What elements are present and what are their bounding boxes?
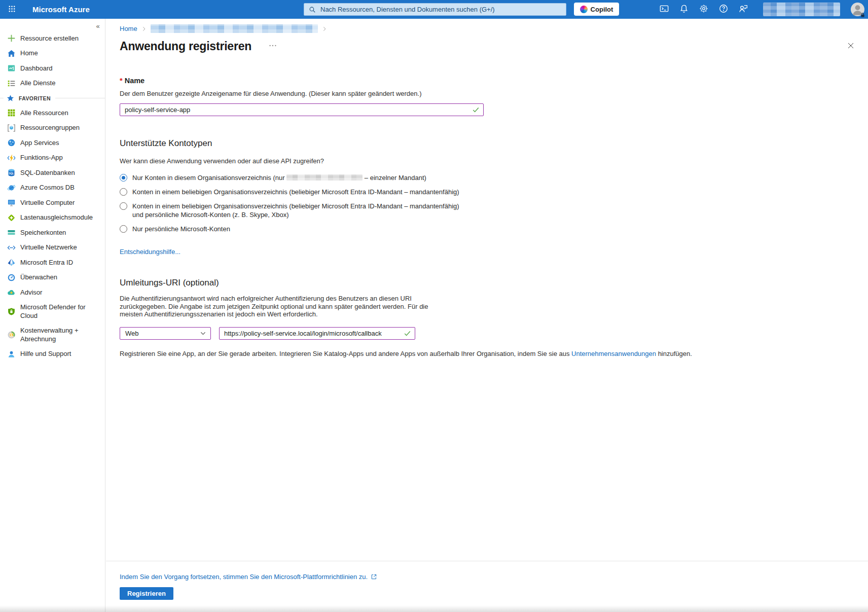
close-blade-button[interactable] [845,40,857,53]
sidebar-item[interactable]: Alle Dienste [0,76,105,91]
sidebar-top-list: Ressource erstellen Home Dashboard Alle … [0,31,105,91]
breadcrumb: Home [106,19,868,33]
platform-select-value: Web [125,330,200,337]
sidebar-item-label: Alle Dienste [20,76,55,91]
sidebar-item[interactable]: Ressource erstellen [0,31,105,46]
platform-policies-link[interactable]: Indem Sie den Vorgang fortsetzen, stimme… [120,573,377,581]
sidebar-item[interactable]: Hilfe und Support [0,347,105,362]
topbar-icon-button[interactable] [679,5,689,14]
help-icon [719,4,728,15]
redacted-tenant-name [286,174,363,181]
radio-button[interactable] [120,188,127,196]
sidebar-item[interactable]: Funktions-App [0,151,105,166]
search-input[interactable] [319,5,561,14]
gear-icon [699,4,708,15]
sidebar-item[interactable]: Virtuelle Netzwerke [0,240,105,256]
title-row: Anwendung registrieren [106,33,868,53]
name-input[interactable] [120,103,484,116]
chevron-down-icon [200,330,206,337]
topbar-icon-button[interactable] [719,5,728,14]
global-search[interactable] [304,3,566,16]
redacted-account-info [763,3,840,16]
radio-button[interactable] [120,225,127,233]
app-services-icon [7,138,16,147]
sidebar-item[interactable]: Azure Cosmos DB [0,181,105,196]
redirect-uri-input-wrap [219,327,415,340]
sidebar-item-label: Ressource erstellen [20,31,79,46]
sidebar-item-label: Kostenverwaltung + Abrechnung [20,323,100,347]
sidebar-item[interactable]: Überwachen [0,270,105,285]
all-resources-icon [7,109,16,117]
cost-icon: $ [7,331,16,339]
cloudshell-icon [660,4,669,15]
sql-icon: SQL [7,168,16,177]
defender-icon [7,307,16,316]
topbar-icon-row [660,0,748,19]
account-type-option[interactable]: Konten in einem beliebigen Organisations… [120,199,475,222]
sidebar-item[interactable]: $ Kostenverwaltung + Abrechnung [0,323,105,347]
valid-check-icon [472,106,480,114]
copilot-icon [580,6,588,13]
advisor-icon [7,288,16,297]
storage-icon [7,228,16,237]
sidebar-collapse-button[interactable]: « [93,21,102,30]
sidebar-item-label: Lastenausgleichsmodule [20,210,93,226]
valid-check-icon [404,330,411,337]
svg-text:SQL: SQL [9,172,14,175]
plus-icon [7,34,16,43]
sidebar-item-label: App Services [20,135,59,151]
help-support-icon [7,350,16,358]
topbar-icon-button[interactable] [699,5,708,14]
breadcrumb-home-link[interactable]: Home [120,25,137,32]
external-link-icon [371,573,377,580]
radio-button[interactable] [120,202,127,210]
sidebar-item[interactable]: Ressourcengruppen [0,121,105,136]
more-options-button[interactable] [267,40,279,53]
account-type-option[interactable]: Nur persönliche Microsoft-Konten [120,222,475,236]
sidebar-item[interactable]: Microsoft Entra ID [0,255,105,270]
decision-help-link[interactable]: Entscheidungshilfe... [120,248,180,256]
platform-select[interactable]: Web [120,327,211,340]
redirect-uri-input[interactable] [219,327,415,340]
star-icon [7,94,14,102]
sidebar-item-label: Virtuelle Netzwerke [20,240,77,256]
sidebar-item-label: Ressourcengruppen [20,121,80,136]
sidebar-item-label: Azure Cosmos DB [20,181,75,196]
sidebar-item[interactable]: Speicherkonten [0,225,105,240]
function-app-icon [7,154,16,162]
redacted-breadcrumb-item[interactable] [151,24,318,33]
sidebar-item-label: Virtuelle Computer [20,195,75,210]
radio-label: Konten in einem beliebigen Organisations… [132,188,459,196]
sidebar-item[interactable]: Microsoft Defender for Cloud [0,300,105,323]
sidebar-item[interactable]: Alle Ressourcen [0,105,105,121]
lock-icon [860,12,865,17]
topbar-icon-button[interactable] [660,5,669,14]
waffle-menu-icon[interactable] [0,0,23,19]
register-button[interactable]: Registrieren [120,587,173,600]
terms-text: Indem Sie den Vorgang fortsetzen, stimme… [120,573,368,581]
avatar[interactable] [851,3,864,16]
copilot-button[interactable]: Copilot [574,3,619,16]
account-types-question: Wer kann diese Anwendung verwenden oder … [120,157,868,165]
copilot-label: Copilot [591,6,613,13]
topbar-icon-button[interactable] [739,5,748,14]
sidebar-item[interactable]: Virtuelle Computer [0,195,105,210]
sidebar-item-label: Advisor [20,285,42,300]
sidebar-item[interactable]: Home [0,46,105,61]
sidebar-item[interactable]: Lastenausgleichsmodule [0,210,105,226]
sidebar-item[interactable]: Advisor [0,285,105,300]
enterprise-apps-link[interactable]: Unternehmensanwendungen [571,350,656,357]
radio-label: Konten in einem beliebigen Organisations… [132,202,467,219]
radio-button[interactable] [120,174,127,182]
sidebar-item[interactable]: App Services [0,135,105,151]
entra-icon [7,258,16,267]
favorites-header: FAVORITEN [0,91,105,105]
sidebar-item[interactable]: SQL SQL-Datenbanken [0,165,105,181]
brand-title[interactable]: Microsoft Azure [32,0,90,19]
account-type-option[interactable]: Nur Konten in diesem Organisationsverzei… [120,170,475,185]
sidebar-item-label: Funktions-App [20,151,63,166]
sidebar-item[interactable]: Dashboard [0,61,105,76]
account-type-option[interactable]: Konten in einem beliebigen Organisations… [120,185,475,199]
blade-footer: Indem Sie den Vorgang fortsetzen, stimme… [106,561,868,612]
resource-groups-icon [7,124,16,132]
